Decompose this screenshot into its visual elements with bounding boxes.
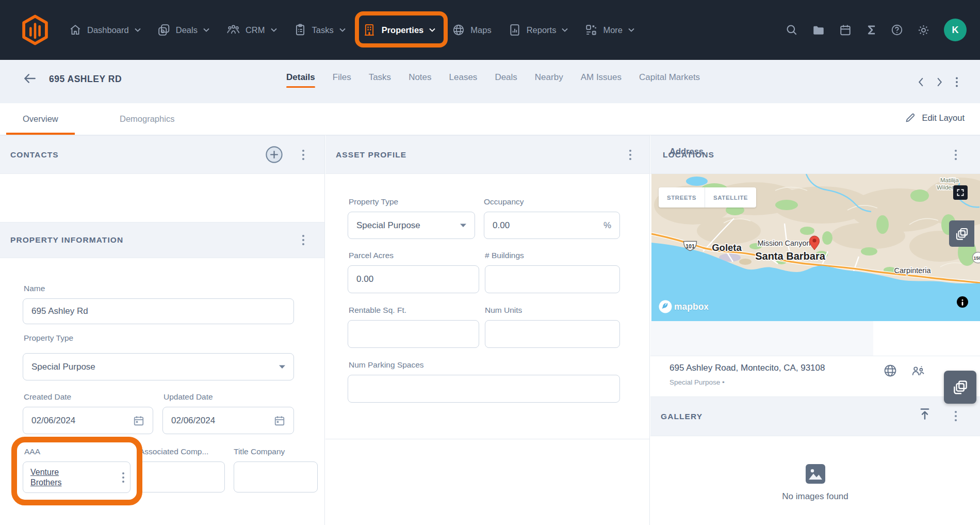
- address-subtext: Special Purpose •: [669, 378, 725, 386]
- tab-notes[interactable]: Notes: [409, 60, 431, 88]
- no-images-text: No images found: [782, 491, 848, 502]
- overview-tab-bar: Overview Demographics Edit Layout: [0, 103, 980, 135]
- locations-kebab-icon[interactable]: [954, 149, 957, 161]
- map-label-goleta: Goleta: [712, 242, 742, 253]
- contacts-kebab-icon[interactable]: [302, 149, 305, 161]
- search-icon[interactable]: [786, 24, 798, 36]
- folder-icon[interactable]: [812, 24, 825, 36]
- nav-item-properties[interactable]: Properties: [363, 23, 436, 37]
- num-parking-label: Num Parking Spaces: [349, 360, 424, 370]
- chevron-left-icon[interactable]: [918, 77, 924, 87]
- address-layers-button[interactable]: [944, 371, 976, 404]
- asset-profile-kebab-icon[interactable]: [629, 149, 632, 161]
- tab-nearby[interactable]: Nearby: [535, 60, 563, 88]
- svg-text:mapbox: mapbox: [674, 301, 709, 312]
- image-placeholder-icon: [804, 463, 827, 485]
- back-arrow-icon[interactable]: [23, 72, 37, 85]
- map-fullscreen-button[interactable]: [953, 185, 968, 200]
- gallery-kebab-icon[interactable]: [954, 410, 957, 422]
- tab-leases[interactable]: Leases: [449, 60, 478, 88]
- ap-property-type-select[interactable]: Special Purpose: [348, 212, 475, 239]
- updated-date-field[interactable]: 02/06/2024: [162, 407, 294, 434]
- title-company-field[interactable]: [234, 462, 318, 492]
- nav-label: Tasks: [312, 25, 334, 35]
- property-type-select[interactable]: Special Purpose: [23, 353, 294, 380]
- layers-icon: [955, 227, 969, 241]
- sigma-icon[interactable]: [865, 24, 877, 36]
- map-layers-button[interactable]: [949, 220, 974, 247]
- nav-utility-icons: K: [786, 0, 967, 60]
- parcel-acres-field[interactable]: 0.00: [348, 265, 479, 293]
- nav-label: Maps: [470, 25, 491, 35]
- globe-icon[interactable]: [884, 364, 897, 377]
- num-parking-field[interactable]: [348, 375, 620, 403]
- buildings-field[interactable]: [485, 265, 620, 293]
- locations-map[interactable]: 101 150 Matilija Wildern Mission Canyon …: [651, 174, 980, 321]
- map-label-santa-barbara: Santa Barbara: [755, 250, 825, 262]
- property-info-kebab-icon[interactable]: [302, 234, 305, 246]
- address-row[interactable]: 695 Ashley Road, Montecito, CA, 93108 Sp…: [650, 356, 980, 396]
- nav-item-maps[interactable]: Maps: [452, 24, 491, 36]
- rentable-sqft-label: Rentable Sq. Ft.: [349, 306, 406, 315]
- created-date-field[interactable]: 02/06/2024: [23, 407, 153, 434]
- chevron-down-icon: [339, 28, 346, 32]
- occupancy-label: Occupancy: [484, 197, 524, 206]
- asset-profile-title: ASSET PROFILE: [336, 150, 406, 160]
- calendar-picker-icon[interactable]: [133, 415, 144, 426]
- app-logo-icon[interactable]: [21, 14, 50, 45]
- associated-company-label: Associated Comp...: [139, 447, 226, 456]
- aaa-field[interactable]: Venture Brothers: [23, 462, 130, 493]
- venture-brothers-link[interactable]: Venture Brothers: [30, 467, 83, 488]
- tab-deals[interactable]: Deals: [495, 60, 517, 88]
- calendar-picker-icon[interactable]: [274, 415, 285, 426]
- tab-tasks[interactable]: Tasks: [369, 60, 391, 88]
- tab-capital-markets[interactable]: Capital Markets: [639, 60, 700, 88]
- nav-label: More: [603, 25, 623, 35]
- contacts-people-icon[interactable]: [911, 364, 925, 377]
- chevron-right-icon[interactable]: [937, 77, 942, 87]
- nav-label: Dashboard: [87, 25, 129, 35]
- tab-details[interactable]: Details: [286, 60, 315, 88]
- gallery-title: GALLERY: [661, 412, 703, 421]
- calendar-icon[interactable]: [839, 24, 852, 36]
- deals-icon: [158, 24, 170, 36]
- nav-item-tasks[interactable]: Tasks: [294, 24, 346, 36]
- tab-files[interactable]: Files: [333, 60, 351, 88]
- tab-scroll-controls: [918, 76, 958, 88]
- map-style-streets-button[interactable]: STREETS: [659, 187, 705, 208]
- nav-label: Properties: [382, 25, 424, 35]
- chevron-down-icon: [135, 28, 141, 32]
- building-icon: [363, 23, 376, 37]
- middle-column: ASSET PROFILE Property Type Special Purp…: [325, 135, 650, 525]
- property-detail-page: Dashboard Deals CRM Tasks Prope: [0, 0, 980, 525]
- kebab-menu-icon[interactable]: [955, 76, 958, 88]
- tab-am-issues[interactable]: AM Issues: [581, 60, 622, 88]
- nav-item-crm[interactable]: CRM: [226, 24, 277, 36]
- nav-item-more[interactable]: More: [585, 24, 634, 36]
- tab-demographics[interactable]: Demographics: [103, 103, 191, 135]
- upload-image-icon[interactable]: [919, 407, 931, 421]
- chevron-down-icon: [562, 28, 568, 32]
- right-column: LOCATIONS: [650, 135, 980, 525]
- user-avatar[interactable]: K: [944, 19, 967, 41]
- occupancy-field[interactable]: 0.00 %: [484, 212, 620, 239]
- help-icon[interactable]: [891, 24, 903, 36]
- tab-overview[interactable]: Overview: [6, 103, 75, 135]
- edit-layout-button[interactable]: Edit Layout: [905, 113, 965, 123]
- section-divider: [325, 439, 649, 439]
- nav-item-dashboard[interactable]: Dashboard: [69, 24, 141, 36]
- name-field[interactable]: 695 Ashley Rd: [23, 298, 294, 324]
- created-date-label: Created Date: [24, 392, 71, 402]
- nav-label: Reports: [527, 25, 557, 35]
- select-caret-icon: [279, 365, 285, 369]
- aaa-kebab-icon[interactable]: [122, 471, 125, 484]
- map-style-satellite-button[interactable]: SATELLITE: [705, 187, 756, 208]
- associated-company-field[interactable]: [139, 462, 225, 492]
- num-units-label: Num Units: [485, 306, 522, 315]
- add-contact-button[interactable]: [265, 145, 284, 164]
- nav-item-reports[interactable]: Reports: [509, 24, 568, 36]
- gear-icon[interactable]: [917, 24, 930, 37]
- nav-item-deals[interactable]: Deals: [158, 24, 209, 36]
- num-units-field[interactable]: [485, 320, 620, 348]
- rentable-sqft-field[interactable]: [348, 320, 479, 348]
